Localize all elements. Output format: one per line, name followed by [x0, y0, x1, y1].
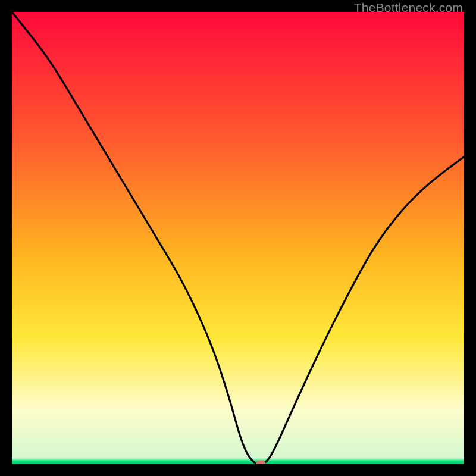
minimum-marker [256, 461, 265, 464]
chart-frame: TheBottleneck.com [0, 0, 476, 476]
plot-area [12, 12, 464, 464]
bottleneck-curve [12, 12, 464, 464]
watermark-text: TheBottleneck.com [354, 1, 463, 15]
